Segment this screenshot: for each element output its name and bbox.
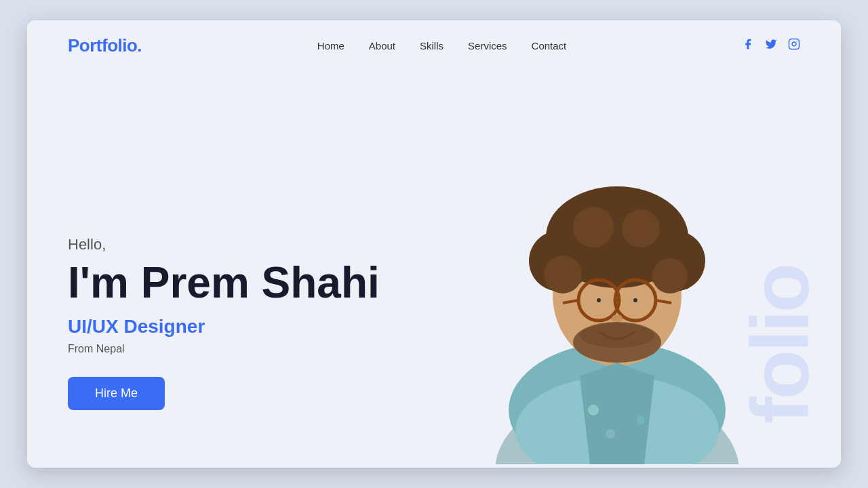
hero-title: UI/UX Designer [68,316,434,338]
logo[interactable]: Portfolio. [68,35,142,56]
greeting-text: Hello, [68,236,434,253]
svg-point-29 [606,429,615,439]
svg-point-15 [544,256,582,293]
social-icons [742,38,800,54]
nav-item-skills[interactable]: Skills [420,40,443,52]
nav-link-about[interactable]: About [369,40,395,52]
instagram-icon[interactable] [788,38,800,54]
nav-link-contact[interactable]: Contact [532,40,567,52]
twitter-icon[interactable] [765,38,777,54]
hero-name: I'm Prem Shahi [68,259,434,306]
svg-point-23 [633,298,637,302]
svg-point-26 [580,323,654,348]
nav-item-services[interactable]: Services [468,40,507,52]
nav-link-home[interactable]: Home [317,40,344,52]
nav-link-skills[interactable]: Skills [420,40,443,52]
nav-item-about[interactable]: About [369,40,395,52]
nav-links: Home About Skills Services Contact [317,40,566,52]
hero-content: Hello, I'm Prem Shahi UI/UX Designer Fro… [68,236,434,464]
svg-point-16 [652,258,688,293]
person-illustration [475,119,760,464]
svg-point-28 [637,416,645,424]
svg-point-14 [622,209,660,247]
navbar: Portfolio. Home About Skills Services Co… [27,20,841,71]
hero-section: Hello, I'm Prem Shahi UI/UX Designer Fro… [27,71,841,464]
svg-point-13 [573,207,614,247]
svg-point-27 [588,405,599,415]
hero-location: From Nepal [68,343,434,355]
browser-window: Portfolio. Home About Skills Services Co… [27,20,841,468]
facebook-icon[interactable] [742,38,754,54]
hire-me-button[interactable]: Hire Me [68,377,165,410]
nav-link-services[interactable]: Services [468,40,507,52]
svg-point-22 [597,298,601,302]
svg-point-24 [612,314,623,323]
nav-item-contact[interactable]: Contact [532,40,567,52]
hero-image-area: folio [434,112,800,464]
nav-item-home[interactable]: Home [317,40,344,52]
svg-rect-0 [789,39,800,49]
